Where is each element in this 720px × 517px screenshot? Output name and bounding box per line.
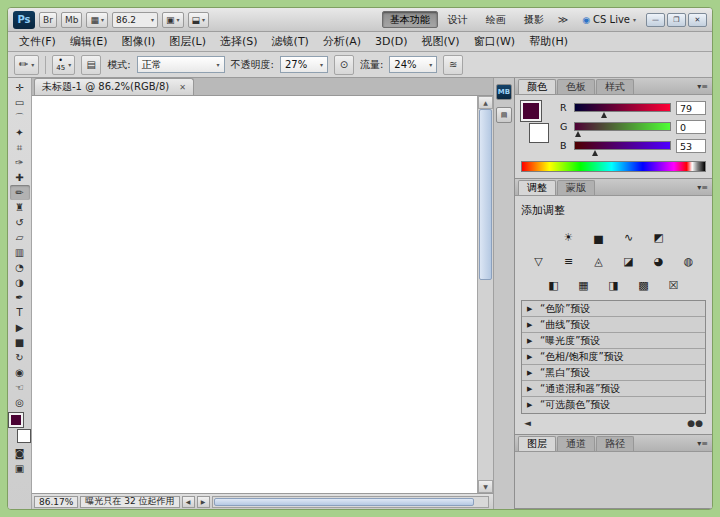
tab-masks[interactable]: 蒙版 [557,180,595,195]
tab-channels[interactable]: 通道 [557,436,595,451]
switch-panel-view-icon[interactable]: ●● [687,418,703,428]
tablet-pressure-button[interactable]: ⊙ [334,55,354,75]
rectangular-marquee-tool[interactable]: ▭ [10,95,30,110]
curves-icon[interactable]: ∿ [619,228,639,246]
preset-black-white[interactable]: ▶ “黑白”预设 [522,365,705,381]
hand-tool[interactable]: ☜ [10,380,30,395]
restore-button[interactable]: ❐ [667,13,686,27]
scroll-right-icon[interactable]: ▶ [197,496,210,508]
color-balance-icon[interactable]: ◬ [589,252,609,270]
dodge-tool[interactable]: ◑ [10,275,30,290]
red-slider[interactable] [574,103,671,112]
cs-live-button[interactable]: ◉ CS Live ▾ [582,14,636,25]
background-color-swatch[interactable] [529,123,549,143]
green-value-field[interactable]: 0 [676,120,706,134]
gradient-map-icon[interactable]: ▩ [634,276,654,294]
expand-triangle-icon[interactable]: ▶ [527,401,533,409]
document-tab[interactable]: 未标题-1 @ 86.2%(RGB/8) ✕ [34,78,194,95]
expand-triangle-icon[interactable]: ▶ [527,385,533,393]
path-selection-tool[interactable]: ▶ [10,320,30,335]
color-spectrum-ramp[interactable] [521,161,706,172]
tab-color[interactable]: 颜色 [518,79,556,94]
view-extras-button[interactable]: ▦ ▾ [86,12,108,28]
3d-object-rotate-tool[interactable]: ↻ [10,350,30,365]
rectangle-tool[interactable]: ■ [10,335,30,350]
expand-triangle-icon[interactable]: ▶ [527,369,533,377]
spot-healing-brush-tool[interactable]: ✚ [10,170,30,185]
expand-triangle-icon[interactable]: ▶ [527,353,533,361]
tool-preset-picker[interactable]: ✏ ▾ [14,55,39,75]
hue-saturation-icon[interactable]: ≡ [559,252,579,270]
menu-edit[interactable]: 编辑(E) [63,34,115,49]
menu-help[interactable]: 帮助(H) [522,34,575,49]
scroll-up-icon[interactable]: ▲ [478,96,493,109]
toggle-brush-panel-button[interactable]: ▤ [81,55,101,75]
history-brush-tool[interactable]: ↺ [10,215,30,230]
tab-close-icon[interactable]: ✕ [179,83,186,92]
quick-mask-button[interactable]: ◙ [10,446,30,461]
screen-mode-button[interactable]: ▣ [10,461,30,476]
color-swatch-control[interactable] [9,413,31,443]
flow-select[interactable]: 24% ▾ [389,56,437,73]
green-slider-thumb[interactable] [575,131,581,137]
horizontal-scroll-track[interactable] [212,496,489,508]
return-arrow-icon[interactable]: ◄ [524,418,531,428]
close-button[interactable]: ✕ [688,13,707,27]
3d-camera-rotate-tool[interactable]: ◉ [10,365,30,380]
pen-tool[interactable]: ✒ [10,290,30,305]
black-white-icon[interactable]: ◪ [619,252,639,270]
tab-layers[interactable]: 图层 [518,436,556,451]
horizontal-scroll-thumb[interactable] [214,498,475,506]
mini-bridge-panel-button[interactable]: MB [496,84,512,100]
blue-slider-thumb[interactable] [592,150,598,156]
blur-tool[interactable]: ◔ [10,260,30,275]
brush-tool[interactable]: ✏ [10,185,30,200]
preset-levels[interactable]: ▶ “色阶”预设 [522,301,705,317]
menu-filter[interactable]: 滤镜(T) [265,34,316,49]
tab-paths[interactable]: 路径 [596,436,634,451]
selective-color-icon[interactable]: ☒ [664,276,684,294]
foreground-color-swatch[interactable] [9,413,23,427]
preset-curves[interactable]: ▶ “曲线”预设 [522,317,705,333]
expand-triangle-icon[interactable]: ▶ [527,337,533,345]
menu-3d[interactable]: 3D(D) [368,35,415,48]
preset-channel-mixer[interactable]: ▶ “通道混和器”预设 [522,381,705,397]
panel-menu-icon[interactable]: ▾≡ [697,82,708,91]
photo-filter-icon[interactable]: ◕ [649,252,669,270]
gradient-tool[interactable]: ▥ [10,245,30,260]
zoom-tool[interactable]: ◎ [10,395,30,410]
brush-preset-picker[interactable]: • 45 ▾ [52,55,75,75]
vertical-scrollbar[interactable]: ▲ ▼ [478,96,493,493]
tab-adjustments[interactable]: 调整 [518,180,556,195]
workspace-painting[interactable]: 绘画 [478,11,514,28]
menu-file[interactable]: 文件(F) [12,34,63,49]
clone-stamp-tool[interactable]: ♜ [10,200,30,215]
menu-layer[interactable]: 图层(L) [162,34,213,49]
workspace-design[interactable]: 设计 [440,11,476,28]
launch-mini-bridge-button[interactable]: Mb [61,12,82,28]
airbrush-button[interactable]: ≋ [443,55,463,75]
tab-swatches[interactable]: 色板 [557,79,595,94]
red-slider-thumb[interactable] [601,112,607,118]
workspace-overflow-button[interactable]: ≫ [554,14,572,25]
crop-tool[interactable]: ⌗ [10,140,30,155]
panel-menu-icon[interactable]: ▾≡ [697,183,708,192]
blend-mode-select[interactable]: 正常 ▾ [137,56,225,73]
eraser-tool[interactable]: ▱ [10,230,30,245]
zoom-level-box[interactable]: 86.2 ▾ [112,12,158,28]
red-value-field[interactable]: 79 [676,101,706,115]
type-tool[interactable]: T [10,305,30,320]
expand-triangle-icon[interactable]: ▶ [527,321,533,329]
move-tool[interactable]: ✛ [10,80,30,95]
menu-select[interactable]: 选择(S) [213,34,265,49]
history-panel-button[interactable]: ▤ [496,107,512,123]
background-color-swatch[interactable] [17,429,31,443]
threshold-icon[interactable]: ◨ [604,276,624,294]
vertical-scroll-thumb[interactable] [479,109,492,280]
scroll-left-icon[interactable]: ◀ [182,496,195,508]
green-slider[interactable] [574,122,671,131]
opacity-select[interactable]: 27% ▾ [280,56,328,73]
panel-menu-icon[interactable]: ▾≡ [697,439,708,448]
workspace-essentials[interactable]: 基本功能 [382,11,438,28]
blue-slider[interactable] [574,141,671,150]
